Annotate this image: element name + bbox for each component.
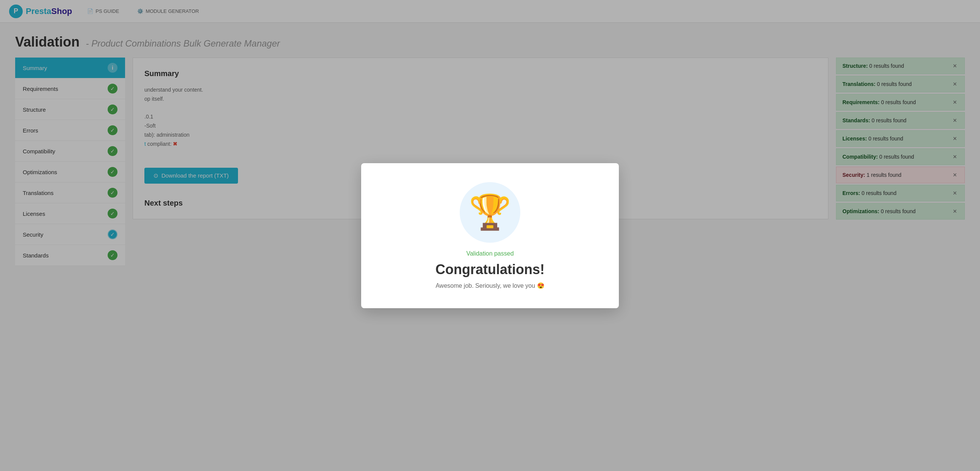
trophy-circle: 🏆 [460,182,520,243]
congrats-subtitle: Awesome job. Seriously, we love you 😍 [384,282,596,289]
congrats-title: Congratulations! [384,262,596,278]
validation-passed-text: Validation passed [384,250,596,257]
congratulations-modal: 🏆 Validation passed Congratulations! Awe… [361,163,619,308]
modal-trophy: 🏆 [384,182,596,243]
trophy-icon: 🏆 [469,192,511,232]
modal-overlay[interactable]: 🏆 Validation passed Congratulations! Awe… [0,0,980,471]
